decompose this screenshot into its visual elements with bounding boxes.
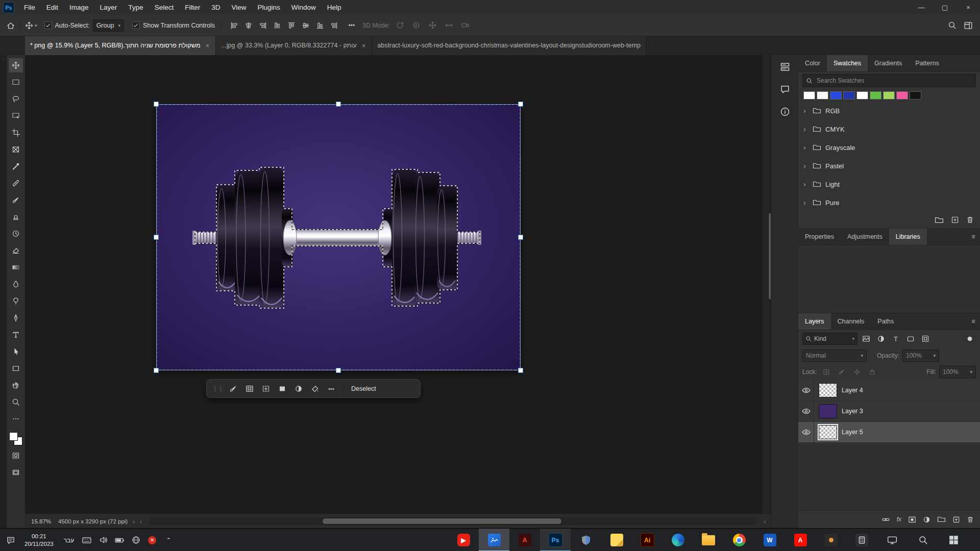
- layer-row-layer3[interactable]: Layer 3: [798, 401, 980, 422]
- transform-handle-e[interactable]: [518, 235, 523, 240]
- brush-tool[interactable]: [9, 193, 23, 207]
- swatch-search-box[interactable]: [802, 74, 976, 87]
- fill-dropdown[interactable]: 100% ▾: [939, 366, 976, 378]
- lock-pixels-icon[interactable]: [836, 366, 848, 378]
- filter-type-layers-icon[interactable]: T: [890, 333, 902, 344]
- tab-libraries[interactable]: Libraries: [889, 229, 927, 245]
- tab-gradients[interactable]: Gradients: [868, 55, 909, 71]
- align-right-icon[interactable]: [256, 19, 270, 32]
- transform-selection-icon[interactable]: [259, 382, 273, 395]
- document-tab-2[interactable]: עותק - 3322774.jpg @ 33.3% (Layer 0, RGB…: [216, 36, 372, 55]
- menu-3d[interactable]: 3D: [206, 0, 226, 15]
- search-icon[interactable]: [945, 19, 959, 32]
- taskbar-calculator[interactable]: [846, 529, 877, 551]
- swatch[interactable]: [830, 91, 842, 99]
- taskbar-app-dark[interactable]: [816, 529, 846, 551]
- eraser-tool[interactable]: [9, 243, 23, 258]
- frame-tool[interactable]: [9, 142, 23, 157]
- taskbar-stickynotes[interactable]: [601, 529, 632, 551]
- tab-patterns[interactable]: Patterns: [909, 55, 946, 71]
- minimize-button[interactable]: —: [910, 0, 933, 15]
- visibility-toggle[interactable]: [798, 401, 814, 421]
- layer-name[interactable]: Layer 5: [842, 429, 863, 436]
- taskbar-youtube[interactable]: ▶: [448, 529, 479, 551]
- more-options-icon[interactable]: •••: [324, 382, 338, 395]
- layer-row-layer5[interactable]: Layer 5: [798, 422, 980, 443]
- swatch-group-pure[interactable]: › Pure: [798, 193, 980, 212]
- path-selection-tool[interactable]: [9, 344, 23, 359]
- eyedropper-tool[interactable]: [9, 159, 23, 173]
- quick-mask-icon[interactable]: [9, 448, 23, 463]
- screen-mode-icon[interactable]: [9, 465, 23, 480]
- scroll-right-icon[interactable]: ›: [764, 518, 766, 524]
- more-options-icon[interactable]: •••: [345, 19, 358, 32]
- dodge-tool[interactable]: [9, 294, 23, 308]
- new-group-icon[interactable]: [937, 516, 946, 523]
- tab-properties[interactable]: Properties: [798, 229, 841, 245]
- panel-menu-icon[interactable]: ≡: [967, 229, 980, 245]
- taskbar-photoshop[interactable]: Ps: [540, 529, 571, 551]
- invert-selection-icon[interactable]: [291, 382, 306, 395]
- taskbar-illustrator[interactable]: Ai: [632, 529, 663, 551]
- blend-mode-dropdown[interactable]: Normal ▾: [802, 349, 867, 362]
- hand-tool[interactable]: [9, 378, 23, 392]
- volume-icon[interactable]: [97, 535, 109, 546]
- transform-handle-n[interactable]: [336, 102, 341, 107]
- filter-toggle-icon[interactable]: [964, 333, 976, 344]
- delete-swatch-icon[interactable]: [966, 216, 974, 224]
- transform-handle-s[interactable]: [336, 368, 341, 373]
- document-tab-3[interactable]: abstract-luxury-soft-red-background-chri…: [372, 36, 646, 55]
- type-tool[interactable]: [9, 328, 23, 342]
- home-icon[interactable]: [4, 19, 17, 32]
- layer-name[interactable]: Layer 3: [842, 408, 863, 415]
- marquee-tool[interactable]: [9, 75, 23, 89]
- tab-swatches[interactable]: Swatches: [827, 55, 868, 71]
- transform-handle-w[interactable]: [154, 235, 159, 240]
- tab-channels[interactable]: Channels: [831, 313, 871, 330]
- distribute-v-icon[interactable]: [328, 19, 341, 32]
- lock-position-icon[interactable]: [851, 366, 863, 378]
- menu-view[interactable]: View: [226, 0, 252, 15]
- tab-color[interactable]: Color: [798, 55, 827, 71]
- current-tool-move[interactable]: ▾: [22, 20, 40, 31]
- chevron-right-icon[interactable]: ›: [803, 180, 808, 188]
- swatch[interactable]: [817, 91, 828, 99]
- battery-icon[interactable]: [114, 535, 125, 546]
- tab-paths[interactable]: Paths: [871, 313, 900, 330]
- notifications-icon[interactable]: [5, 535, 16, 546]
- new-adjustment-layer-icon[interactable]: [923, 516, 930, 523]
- align-top-icon[interactable]: [285, 19, 298, 32]
- swatch-group-grayscale[interactable]: › Grayscale: [798, 138, 980, 157]
- align-left-icon[interactable]: [228, 19, 241, 32]
- crop-tool[interactable]: [9, 126, 23, 140]
- fill-selection-icon[interactable]: [275, 382, 289, 395]
- swatch[interactable]: [883, 91, 895, 99]
- edit-toolbar-icon[interactable]: [9, 412, 23, 426]
- link-layers-icon[interactable]: [881, 516, 890, 523]
- scroll-left-icon[interactable]: ‹: [140, 518, 142, 524]
- layer-effects-icon[interactable]: fx: [897, 516, 901, 523]
- visibility-toggle[interactable]: [798, 380, 814, 400]
- taskbar-word[interactable]: W: [754, 529, 785, 551]
- taskbar-defender[interactable]: [571, 529, 601, 551]
- chevron-right-icon[interactable]: ›: [803, 143, 808, 152]
- menu-window[interactable]: Window: [286, 0, 322, 15]
- comments-panel-icon[interactable]: [777, 82, 793, 97]
- filter-pixel-layers-icon[interactable]: [860, 333, 872, 344]
- taskbar-search[interactable]: [908, 529, 938, 551]
- shape-tool[interactable]: [9, 361, 23, 375]
- opacity-dropdown[interactable]: 100% ▾: [902, 349, 939, 362]
- zoom-tool[interactable]: [9, 395, 23, 409]
- taskbar-acrobat[interactable]: A: [509, 529, 540, 551]
- document-tab-1[interactable]: משקולת פרסומת שניה חתוך.png @ 15.9% (Lay…: [25, 36, 216, 55]
- close-tab-icon[interactable]: ×: [361, 42, 367, 49]
- swatch[interactable]: [896, 91, 908, 99]
- object-selection-tool[interactable]: [9, 109, 23, 123]
- lasso-tool[interactable]: [9, 92, 23, 106]
- swatch[interactable]: [803, 91, 815, 99]
- zoom-level[interactable]: 15.87%: [31, 518, 51, 524]
- restore-button[interactable]: ▢: [933, 0, 957, 15]
- swatch-group-pastel[interactable]: › Pastel: [798, 157, 980, 175]
- history-panel-icon[interactable]: [777, 59, 793, 74]
- horizontal-scrollbar[interactable]: [149, 517, 756, 525]
